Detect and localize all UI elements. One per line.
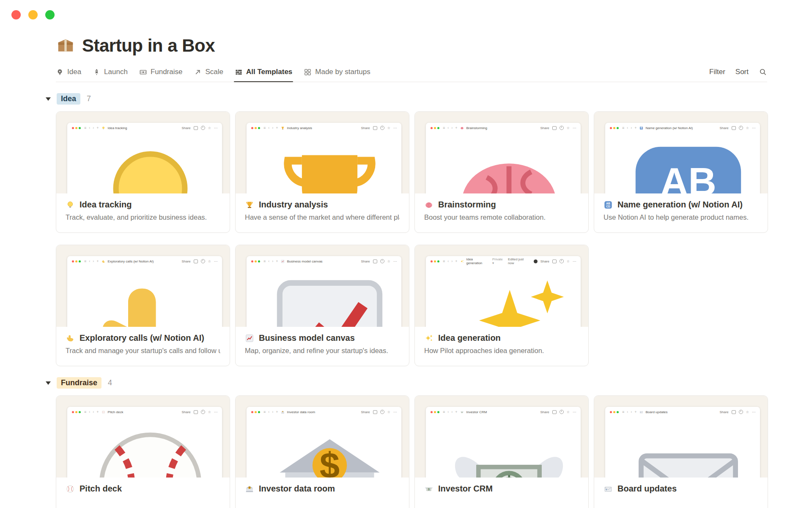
card-board-updates[interactable]: ≡‹›+ Board updates Share☆⋯ Board updates… <box>594 395 768 508</box>
sparkles-emoji <box>424 334 433 343</box>
mini-page-body: Idea trackingAll ideasBy industryBy stat… <box>67 133 222 193</box>
hand-emoji <box>66 334 75 343</box>
star-icon: ☆ <box>746 410 749 414</box>
baseball-emoji <box>66 484 75 494</box>
mini-chrome-actions: Share☆⋯ <box>361 410 397 414</box>
filter-button[interactable]: Filter <box>709 68 725 76</box>
section-header: Fundraise 4 <box>46 377 767 389</box>
back-icon: ‹ <box>268 126 269 130</box>
menu-icon: ≡ <box>84 126 86 130</box>
section-header: Idea 7 <box>46 93 767 105</box>
card-title-row: $ Investor CRM <box>424 484 579 494</box>
menu-icon: ≡ <box>263 126 266 130</box>
mini-breadcrumb-title: Name generation (w/ Notion AI) <box>646 126 693 130</box>
forward-icon: › <box>93 259 94 263</box>
template-preview: ≡‹›+ Business model canvas Share☆⋯ Busin… <box>236 245 409 327</box>
comment-icon <box>194 126 198 130</box>
tab-label: Fundraise <box>151 68 183 76</box>
card-pitch-deck[interactable]: ≡‹›+ Pitch deck Share☆⋯ Pitch deckOne-Li… <box>56 395 230 508</box>
comment-icon <box>373 260 377 263</box>
mini-page-body: ABCDName generation (w/ Notion AI)Genera… <box>605 133 760 193</box>
card-brainstorming[interactable]: ≡‹›+ Brainstorming Share☆⋯ Brainstorming… <box>414 111 589 233</box>
menu-icon: ≡ <box>443 410 445 414</box>
squares-grid-icon <box>304 68 312 76</box>
mini-nav-icons: ≡‹›+ <box>443 126 458 130</box>
template-preview: ≡‹›+ Pitch deck Share☆⋯ Pitch deckOne-Li… <box>56 396 230 478</box>
plus-icon: + <box>276 126 278 130</box>
template-preview: ≡‹›+ Board updates Share☆⋯ Board updates… <box>594 396 768 478</box>
plus-icon: + <box>455 259 457 263</box>
mini-nav-icons: ≡‹›+ <box>84 126 99 130</box>
mini-traffic-lights-icon <box>251 411 260 413</box>
tab-all-templates[interactable]: All Templates <box>235 68 292 82</box>
tab-scale[interactable]: Scale <box>194 68 223 82</box>
star-icon: ☆ <box>567 260 570 263</box>
card-exploratory-calls-w-notion-ai[interactable]: ≡‹›+ Exploratory calls (w/ Notion AI) Sh… <box>56 245 230 366</box>
svg-text:AB: AB <box>606 202 610 205</box>
share-button: Share <box>540 410 549 414</box>
card-title: Idea tracking <box>80 200 132 210</box>
card-industry-analysis[interactable]: ≡‹›+ Industry analysis Share☆⋯ Industry … <box>235 111 409 233</box>
mini-traffic-lights-icon <box>610 411 619 413</box>
mini-window-chrome: ≡‹›+ Exploratory calls (w/ Notion AI) Sh… <box>67 256 222 266</box>
comment-icon <box>194 260 198 263</box>
card-investor-crm[interactable]: ≡‹›+ $ Investor CRM Share☆⋯ $Investor CR… <box>414 395 589 508</box>
updates-clock-icon <box>560 410 564 414</box>
menu-icon: ≡ <box>263 259 266 263</box>
card-title: Idea generation <box>438 333 501 343</box>
minimize-window-button[interactable] <box>28 10 38 19</box>
svg-text:CD: CD <box>606 205 610 208</box>
section-fundraise: Fundraise 4 ≡‹›+ Pitch deck Share☆⋯ Pitc… <box>56 377 767 508</box>
mini-nav-icons: ≡‹›+ <box>443 259 458 263</box>
chart-emoji <box>245 334 254 343</box>
close-window-button[interactable] <box>11 10 21 19</box>
card-idea-tracking[interactable]: ≡‹›+ Idea tracking Share☆⋯ Idea tracking… <box>56 111 230 233</box>
tab-launch[interactable]: Launch <box>93 68 128 82</box>
comment-icon <box>373 126 377 130</box>
template-preview: ≡‹›+ Idea generationPrivate ▾ Edited jus… <box>415 245 588 327</box>
card-description: How Pilot approaches idea generation. <box>424 347 579 355</box>
mini-traffic-lights-icon <box>72 260 81 262</box>
more-options-icon: ⋯ <box>573 126 576 130</box>
back-icon: ‹ <box>447 259 449 263</box>
card-idea-generation[interactable]: ≡‹›+ Idea generationPrivate ▾ Edited jus… <box>414 245 589 366</box>
mini-page-emoji-icon: $ <box>460 410 464 414</box>
share-button: Share <box>719 126 728 130</box>
edited-timestamp: Edited just now <box>508 257 531 265</box>
bulb-emoji <box>66 200 75 210</box>
mini-breadcrumb-title: Idea generation <box>466 257 490 265</box>
mini-page-emoji-icon <box>460 126 464 130</box>
card-info: ABCD Name generation (w/ Notion AI) Use … <box>594 193 768 221</box>
tab-fundraise[interactable]: Fundraise <box>139 68 183 82</box>
back-icon: ‹ <box>268 259 269 263</box>
sort-button[interactable]: Sort <box>735 68 749 76</box>
mini-traffic-lights-icon <box>72 411 81 413</box>
back-icon: ‹ <box>627 126 628 130</box>
card-investor-data-room[interactable]: ≡‹›+ $ Investor data room Share☆⋯ $Inves… <box>235 395 409 508</box>
section-count: 7 <box>87 94 91 103</box>
brain-emoji <box>442 133 576 193</box>
section-collapse-toggle[interactable] <box>46 381 51 385</box>
card-title: Name generation (w/ Notion AI) <box>617 200 743 210</box>
card-name-generation-w-notion-ai[interactable]: ≡‹›+ ABCD Name generation (w/ Notion AI)… <box>594 111 768 233</box>
section-collapse-toggle[interactable] <box>46 97 51 101</box>
mini-page-emoji-icon <box>102 126 105 130</box>
mini-traffic-lights-icon <box>431 411 439 413</box>
card-business-model-canvas[interactable]: ≡‹›+ Business model canvas Share☆⋯ Busin… <box>235 245 409 366</box>
star-icon: ☆ <box>208 260 211 263</box>
abcd-emoji: ABCD <box>604 200 613 210</box>
zoom-window-button[interactable] <box>45 10 55 19</box>
tab-idea[interactable]: Idea <box>56 68 81 82</box>
svg-text:$: $ <box>500 470 518 478</box>
mini-traffic-lights-icon <box>431 260 439 262</box>
comment-icon <box>552 260 557 263</box>
star-icon: ☆ <box>567 410 570 414</box>
mini-traffic-lights-icon <box>72 127 81 129</box>
window-traffic-lights[interactable] <box>11 10 55 19</box>
search-icon[interactable] <box>759 68 767 76</box>
mini-breadcrumb-title: Brainstorming <box>466 126 487 130</box>
mini-traffic-lights-icon <box>431 127 439 129</box>
tab-controls: Filter Sort <box>709 68 767 82</box>
bank-emoji: $ <box>245 484 254 494</box>
tab-made-by-startups[interactable]: Made by startups <box>304 68 370 82</box>
